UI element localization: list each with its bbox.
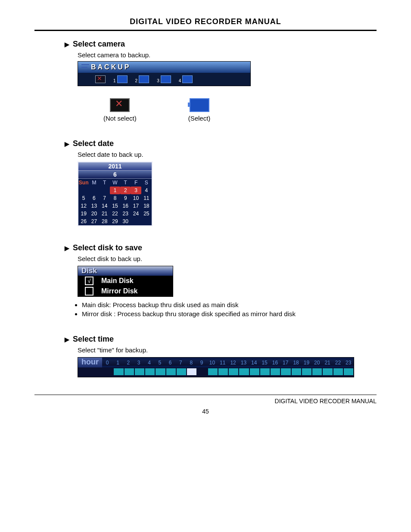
- calendar-day: 14: [100, 202, 110, 210]
- hour-cell: [239, 368, 249, 375]
- hour-cell: [166, 368, 176, 375]
- text-select-time: Select "time" for backup.: [78, 346, 377, 354]
- backup-bar-title: BACKUP: [78, 62, 250, 73]
- calendar-day: [89, 187, 99, 194]
- hour-number: 2: [123, 360, 134, 366]
- footer-text: DIGITAL VIDEO RECODER MANUAL: [34, 398, 377, 404]
- calendar-day: 1: [110, 187, 120, 194]
- page-title: DIGITAL VIDEO RECORDER MANUAL: [34, 17, 377, 26]
- backup-icons-row: 1 2 3 4: [78, 73, 250, 86]
- hour-number: 19: [301, 360, 311, 366]
- hour-cell: [135, 368, 144, 375]
- camera-select-icon: [161, 75, 171, 83]
- hour-cell: [281, 368, 290, 375]
- hour-cell: [187, 368, 196, 375]
- hour-number: 4: [144, 360, 154, 366]
- disk-row: √Main Disk: [78, 276, 173, 286]
- calendar-year: 2011: [78, 162, 152, 171]
- calendar-day: [141, 218, 152, 225]
- calendar-day: [131, 218, 141, 225]
- hour-number: 1: [112, 360, 123, 366]
- calendar-dow: F: [131, 179, 141, 187]
- camera-slot-1: 1: [113, 75, 128, 83]
- calendar-day: 4: [141, 187, 152, 194]
- disk-bullets: Main disk: Process backup thru disk used…: [82, 301, 377, 317]
- hour-number: 16: [270, 360, 280, 366]
- legend-notselect: (Not select): [103, 115, 137, 122]
- hour-number: 17: [280, 360, 291, 366]
- calendar-day: 8: [110, 194, 120, 202]
- calendar-day: 7: [100, 194, 110, 202]
- hour-cell: [229, 368, 238, 375]
- calendar-day: 2: [120, 187, 131, 194]
- hour-cell: [271, 368, 280, 375]
- camera-select-icon: [190, 98, 209, 112]
- camera-select-icon: [117, 75, 128, 83]
- calendar-day: 30: [120, 218, 131, 225]
- hour-number: 12: [228, 360, 238, 366]
- disk-panel: Disk √Main DiskMirror Disk: [78, 266, 173, 297]
- page-number: 45: [34, 408, 377, 415]
- calendar-day: 10: [131, 194, 141, 202]
- hour-panel: hour 01234567891011121314151617181920212…: [78, 357, 354, 377]
- checkbox-icon: [85, 287, 93, 296]
- hour-cell: [260, 368, 270, 375]
- heading-select-camera: Select camera: [73, 40, 125, 49]
- calendar-day: 16: [120, 202, 131, 210]
- calendar-dow: W: [110, 179, 120, 187]
- section-select-disk: ▶ Select disk to save Select disk to bac…: [65, 243, 377, 317]
- hour-cell: [312, 368, 322, 375]
- bullet-item: Main disk: Process backup thru disk used…: [82, 301, 377, 308]
- hour-number: 3: [134, 360, 144, 366]
- disk-panel-title: Disk: [78, 266, 173, 276]
- camera-slot-2: 2: [135, 75, 149, 83]
- triangle-icon: ▶: [65, 245, 69, 252]
- hour-cell: [292, 368, 301, 375]
- heading-select-disk: Select disk to save: [73, 243, 142, 252]
- calendar-day: [78, 187, 89, 194]
- checkbox-icon: √: [85, 277, 93, 285]
- hour-number: 10: [207, 360, 217, 366]
- triangle-icon: ▶: [65, 336, 69, 343]
- calendar-day: 29: [110, 218, 120, 225]
- triangle-icon: ▶: [65, 41, 69, 48]
- hour-cell: [250, 368, 259, 375]
- hour-cell: [302, 368, 311, 375]
- hour-number: 0: [102, 360, 112, 366]
- hour-cell: [114, 368, 123, 375]
- backup-bar: BACKUP 1 2 3 4: [78, 61, 251, 86]
- heading-select-time: Select time: [73, 335, 114, 344]
- calendar-dow: Sun: [78, 179, 89, 187]
- text-select-date: Select date to back up.: [78, 151, 377, 158]
- hour-cell: [197, 368, 207, 375]
- hour-number: 22: [333, 360, 343, 366]
- hour-number: 13: [238, 360, 249, 366]
- calendar-dow: T: [100, 179, 110, 187]
- calendar-day: 27: [89, 218, 99, 225]
- calendar-table: SunMTWTFS 123456789101112131415161718192…: [78, 179, 152, 225]
- calendar-day: [100, 187, 110, 194]
- hour-cell: [145, 368, 155, 375]
- calendar-day: 11: [141, 194, 152, 202]
- calendar-day: 12: [78, 202, 89, 210]
- camera-select-icon: [182, 75, 193, 83]
- calendar-month: 6: [78, 171, 152, 179]
- hour-cell: [156, 368, 165, 375]
- heading-select-date: Select date: [73, 139, 114, 148]
- hour-number: 18: [291, 360, 301, 366]
- calendar-dow: S: [141, 179, 152, 187]
- calendar-day: 3: [131, 187, 141, 194]
- calendar-day: 13: [89, 202, 99, 210]
- hour-cell: [208, 368, 218, 375]
- hour-number: 15: [259, 360, 270, 366]
- calendar-dow: M: [89, 179, 99, 187]
- disk-label: Mirror Disk: [101, 287, 137, 295]
- hour-cell: [125, 368, 134, 375]
- hour-number: 20: [312, 360, 322, 366]
- calendar-day: 5: [78, 194, 89, 202]
- hour-number: 7: [175, 360, 186, 366]
- disk-row: Mirror Disk: [78, 286, 173, 296]
- camera-select-icon: [139, 75, 149, 83]
- hour-number: 21: [322, 360, 333, 366]
- calendar-day: 25: [141, 210, 152, 218]
